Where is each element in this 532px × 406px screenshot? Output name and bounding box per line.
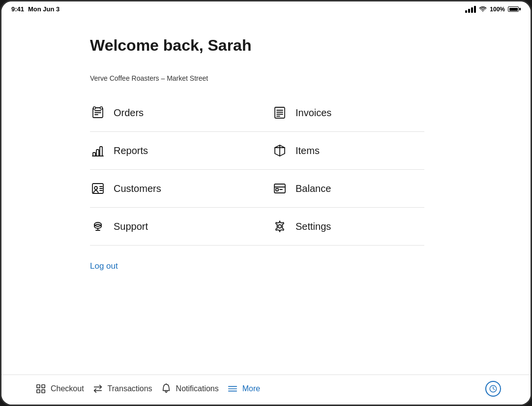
settings-label: Settings bbox=[296, 221, 331, 232]
battery-percent: 100% bbox=[490, 6, 505, 13]
svg-rect-24 bbox=[276, 188, 278, 191]
menu-item-settings[interactable]: Settings bbox=[257, 208, 424, 246]
items-icon bbox=[272, 143, 288, 158]
svg-rect-13 bbox=[100, 147, 102, 156]
svg-point-32 bbox=[278, 225, 282, 228]
checkout-label: Checkout bbox=[51, 384, 84, 393]
items-label: Items bbox=[296, 145, 320, 156]
menu-item-items[interactable]: Items bbox=[257, 132, 424, 170]
transactions-icon bbox=[92, 383, 104, 395]
logout-button[interactable]: Log out bbox=[90, 257, 118, 275]
clock-button[interactable] bbox=[485, 381, 501, 397]
checkout-icon bbox=[35, 383, 47, 395]
wifi-icon bbox=[479, 6, 487, 12]
device-frame: 9:41 Mon Jun 3 100% bbox=[0, 0, 532, 406]
notifications-label: Notifications bbox=[176, 384, 219, 393]
tab-notifications[interactable]: Notifications bbox=[156, 381, 223, 397]
main-content: Welcome back, Sarah Verve Coffee Roaster… bbox=[1, 17, 531, 375]
settings-icon bbox=[272, 219, 288, 234]
svg-rect-34 bbox=[42, 385, 45, 388]
svg-rect-12 bbox=[96, 150, 99, 156]
balance-icon bbox=[272, 181, 288, 196]
welcome-title: Welcome back, Sarah bbox=[90, 36, 501, 55]
customers-icon bbox=[90, 181, 106, 196]
status-bar: 9:41 Mon Jun 3 100% bbox=[1, 1, 531, 17]
support-icon bbox=[90, 219, 106, 234]
signal-icon bbox=[465, 6, 476, 13]
status-icons: 100% bbox=[465, 6, 521, 13]
invoices-label: Invoices bbox=[296, 107, 331, 119]
menu-item-orders[interactable]: Orders bbox=[90, 94, 257, 132]
status-date: Mon Jun 3 bbox=[28, 5, 59, 13]
status-time: 9:41 bbox=[11, 5, 24, 13]
orders-label: Orders bbox=[114, 107, 144, 119]
svg-rect-36 bbox=[42, 390, 45, 393]
menu-item-support[interactable]: Support bbox=[90, 208, 257, 246]
invoices-icon bbox=[272, 105, 288, 121]
battery-icon bbox=[508, 6, 521, 12]
tab-more[interactable]: More bbox=[223, 381, 264, 397]
menu-item-customers[interactable]: Customers bbox=[90, 170, 257, 208]
tab-bar: Checkout Transactions bbox=[1, 375, 531, 405]
svg-rect-4 bbox=[93, 107, 95, 109]
location-label: Verve Coffee Roasters – Market Street bbox=[90, 74, 501, 82]
orders-icon bbox=[90, 105, 106, 121]
more-icon bbox=[227, 383, 238, 395]
svg-rect-35 bbox=[37, 390, 40, 393]
more-label: More bbox=[242, 384, 260, 393]
customers-label: Customers bbox=[114, 183, 161, 194]
menu-item-balance[interactable]: Balance bbox=[257, 170, 424, 208]
transactions-label: Transactions bbox=[108, 384, 152, 393]
support-label: Support bbox=[114, 221, 148, 232]
reports-icon bbox=[90, 143, 106, 158]
svg-rect-5 bbox=[100, 107, 102, 109]
reports-label: Reports bbox=[114, 145, 148, 156]
svg-rect-33 bbox=[37, 385, 40, 388]
menu-item-invoices[interactable]: Invoices bbox=[257, 94, 424, 132]
notifications-icon bbox=[160, 383, 172, 395]
menu-grid: Orders Invoices bbox=[90, 94, 424, 246]
tab-transactions[interactable]: Transactions bbox=[88, 381, 156, 397]
svg-rect-11 bbox=[93, 153, 95, 156]
menu-item-reports[interactable]: Reports bbox=[90, 132, 257, 170]
balance-label: Balance bbox=[296, 183, 331, 194]
svg-point-18 bbox=[94, 187, 97, 189]
tab-checkout[interactable]: Checkout bbox=[31, 381, 88, 397]
